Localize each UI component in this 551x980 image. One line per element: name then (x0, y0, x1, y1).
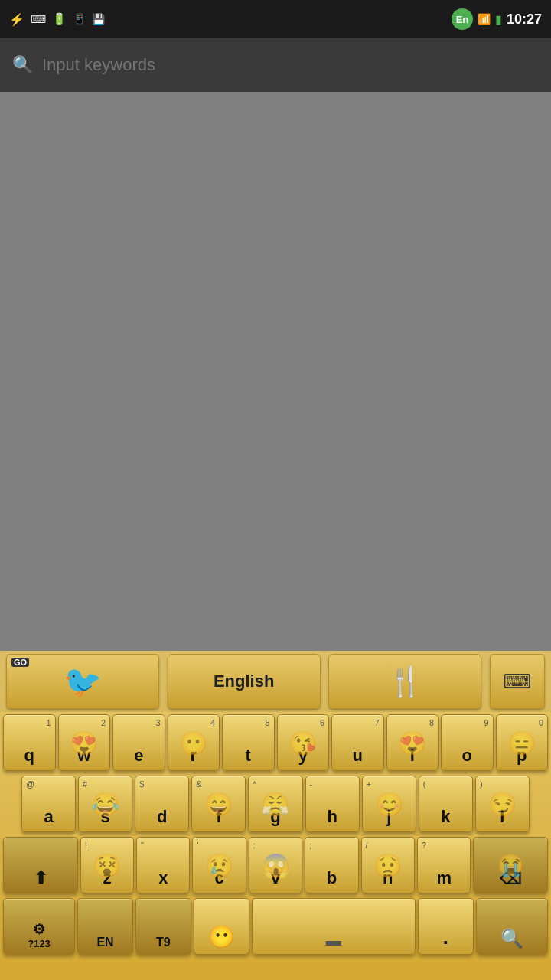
key-h[interactable]: - h (305, 776, 360, 832)
key-c[interactable]: ' c 😢 (192, 837, 246, 893)
settings-icon: ⚙ (33, 921, 45, 938)
usb-icon: ⚡ (9, 12, 24, 27)
key-i[interactable]: 8 i 😍 (386, 714, 439, 771)
key-s[interactable]: # s 😂 (78, 776, 132, 832)
key-l[interactable]: ) l 😏 (475, 776, 530, 832)
keyboard: 🐦 GO English 🍴 ⌨ 1 q 2 w 😍 3 e (0, 651, 551, 980)
key-b[interactable]: ; b (305, 837, 358, 893)
clock: 10:27 (507, 11, 542, 28)
key-e[interactable]: 3 e (112, 714, 165, 771)
key-f[interactable]: & f 😄 (191, 776, 246, 832)
keyboard-row-1: 1 q 2 w 😍 3 e 4 r 😶 5 t 6 y 😘 7 u (0, 712, 551, 773)
key-y[interactable]: 6 y 😘 (277, 714, 330, 771)
battery-icon: ▮ (495, 12, 502, 27)
key-g[interactable]: * g 😤 (248, 776, 302, 832)
search-icon: 🔍 (12, 55, 33, 75)
t9-key[interactable]: T9 (135, 898, 191, 955)
key-p[interactable]: 0 p 😑 (496, 714, 549, 771)
key-n[interactable]: / n 😟 (361, 837, 415, 893)
emoji-eating[interactable]: 🍴 (328, 654, 481, 709)
english-language-button[interactable]: English (168, 654, 321, 709)
language-badge: En (452, 8, 473, 30)
space-key[interactable]: ▬ (252, 898, 416, 955)
keyboard-top-row: 🐦 GO English 🍴 ⌨ (0, 651, 551, 712)
status-right: En 📶 ▮ 10:27 (452, 8, 542, 30)
key-q[interactable]: 1 q (3, 714, 56, 771)
key-u[interactable]: 7 u (331, 714, 384, 771)
key-x[interactable]: " x (136, 837, 190, 893)
sdcard-icon: 💾 (92, 13, 105, 25)
keyboard-toggle-button[interactable]: ⌨ (490, 654, 545, 709)
settings-key[interactable]: ⚙ ?123 (3, 898, 75, 955)
keyboard-row-2: @ a # s 😂 $ d & f 😄 * g 😤 - h + j � (0, 773, 551, 835)
spacebar-indicator: ▬ (326, 932, 341, 949)
battery-charging-icon: 🔋 (52, 12, 67, 26)
shift-key[interactable]: ⬆ (3, 837, 78, 893)
key-a[interactable]: @ a (21, 776, 76, 832)
search-input[interactable] (42, 55, 539, 75)
content-area (0, 92, 551, 651)
key-k[interactable]: ( k (419, 776, 473, 832)
key-m[interactable]: ? m (417, 837, 471, 893)
emoji-key[interactable]: 😶 (194, 898, 249, 955)
english-label: English (214, 671, 274, 691)
key-r[interactable]: 4 r 😶 (168, 714, 220, 771)
key-o[interactable]: 9 o (441, 714, 494, 771)
signal-icon: 📶 (478, 13, 491, 25)
key-d[interactable]: $ d (135, 776, 189, 832)
search-key[interactable]: 🔍 (476, 898, 548, 955)
go-keyboard-emoji[interactable]: 🐦 GO (6, 654, 159, 709)
keyboard-row-4: ⚙ ?123 EN T9 😶 ▬ . 🔍 (0, 896, 551, 957)
key-j[interactable]: + j 😊 (362, 776, 416, 832)
keyboard-hide-icon: ⌨ (503, 670, 532, 694)
key-t[interactable]: 5 t (222, 714, 275, 771)
period-key[interactable]: . (418, 898, 474, 955)
delete-key[interactable]: ⌫ 😭 (473, 837, 548, 893)
key-z[interactable]: ! z 😵 (80, 837, 134, 893)
status-bar: ⚡ ⌨ 🔋 📱 💾 En 📶 ▮ 10:27 (0, 0, 551, 38)
language-key[interactable]: EN (77, 898, 133, 955)
key-v[interactable]: : v 😱 (249, 837, 302, 893)
search-bar[interactable]: 🔍 (0, 38, 551, 92)
keyboard-status-icon: ⌨ (31, 13, 46, 25)
screen-icon: 📱 (73, 13, 86, 25)
keyboard-row-3: ⬆ ! z 😵 " x ' c 😢 : v 😱 ; b / n 😟 (0, 835, 551, 896)
status-left: ⚡ ⌨ 🔋 📱 💾 (9, 12, 105, 27)
search-keyboard-icon: 🔍 (500, 928, 523, 949)
key-w[interactable]: 2 w 😍 (58, 714, 111, 771)
